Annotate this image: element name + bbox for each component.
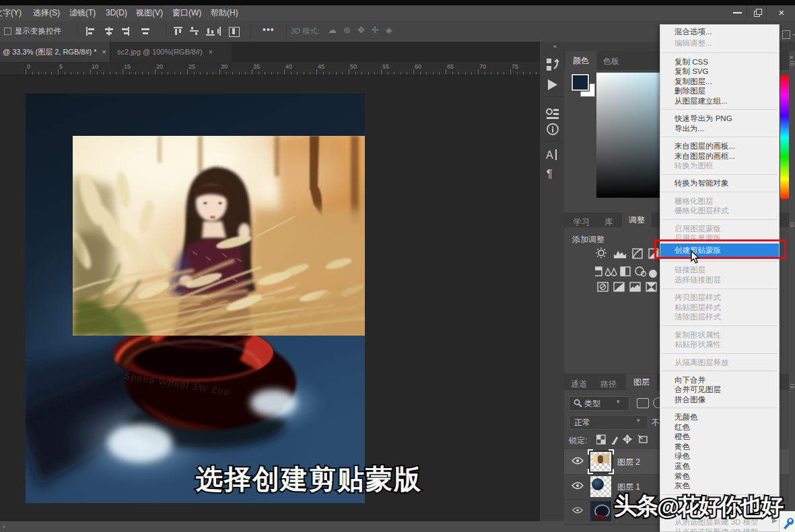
svg-text:选择创建剪贴蒙版: 选择创建剪贴蒙版 xyxy=(195,464,422,494)
svg-text:头条: 头条 xyxy=(614,492,659,519)
svg-text:A: A xyxy=(546,149,553,161)
svg-text:¶: ¶ xyxy=(547,168,553,180)
svg-text:@花好你也好: @花好你也好 xyxy=(657,494,784,519)
